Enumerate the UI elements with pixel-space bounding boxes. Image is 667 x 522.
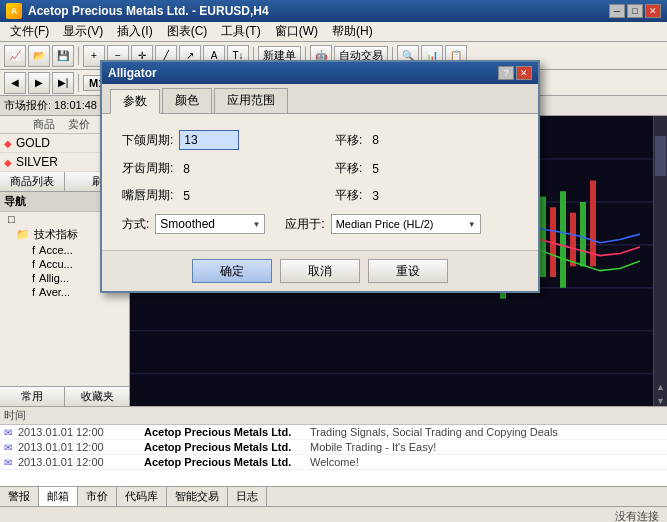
apply-arrow-icon: ▼	[468, 220, 476, 229]
apply-select[interactable]: Median Price (HL/2) ▼	[331, 214, 481, 234]
dialog-controls: ? ✕	[498, 66, 532, 80]
dialog-tab-colors[interactable]: 颜色	[162, 88, 212, 113]
dialog-title-bar: Alligator ? ✕	[102, 62, 538, 84]
teeth-shift-label: 平移:	[335, 160, 362, 177]
lips-period-label: 嘴唇周期:	[122, 187, 173, 204]
dialog-body: 下颌周期: 平移: 8 牙齿周期: 8 平移: 5	[102, 114, 538, 250]
dialog-tab-apply[interactable]: 应用范围	[214, 88, 288, 113]
lips-shift-label: 平移:	[335, 187, 362, 204]
method-arrow-icon: ▼	[252, 220, 260, 229]
jaw-shift-value: 8	[372, 133, 379, 147]
method-value: Smoothed	[160, 217, 250, 231]
reset-button[interactable]: 重设	[368, 259, 448, 283]
dialog-help-button[interactable]: ?	[498, 66, 514, 80]
apply-label: 应用于:	[285, 216, 324, 233]
teeth-period-label: 牙齿周期:	[122, 160, 173, 177]
dialog-footer: 确定 取消 重设	[102, 250, 538, 291]
dialog-overlay: Alligator ? ✕ 参数 颜色 应用范围 下颌周期: 平移: 8	[0, 0, 667, 522]
cancel-button[interactable]: 取消	[280, 259, 360, 283]
dialog-close-button[interactable]: ✕	[516, 66, 532, 80]
alligator-dialog: Alligator ? ✕ 参数 颜色 应用范围 下颌周期: 平移: 8	[100, 60, 540, 293]
jaw-shift-label: 平移:	[335, 132, 362, 149]
method-select[interactable]: Smoothed ▼	[155, 214, 265, 234]
dialog-title-text: Alligator	[108, 66, 157, 80]
teeth-period-value: 8	[183, 162, 190, 176]
lips-period-value: 5	[183, 189, 190, 203]
jaw-period-input[interactable]	[179, 130, 239, 150]
apply-value: Median Price (HL/2)	[336, 218, 466, 230]
lips-shift-value: 3	[372, 189, 379, 203]
method-label: 方式:	[122, 216, 149, 233]
dialog-tabs: 参数 颜色 应用范围	[102, 84, 538, 114]
teeth-shift-value: 5	[372, 162, 379, 176]
jaw-period-label: 下颌周期:	[122, 132, 173, 149]
ok-button[interactable]: 确定	[192, 259, 272, 283]
dialog-tab-params[interactable]: 参数	[110, 89, 160, 114]
